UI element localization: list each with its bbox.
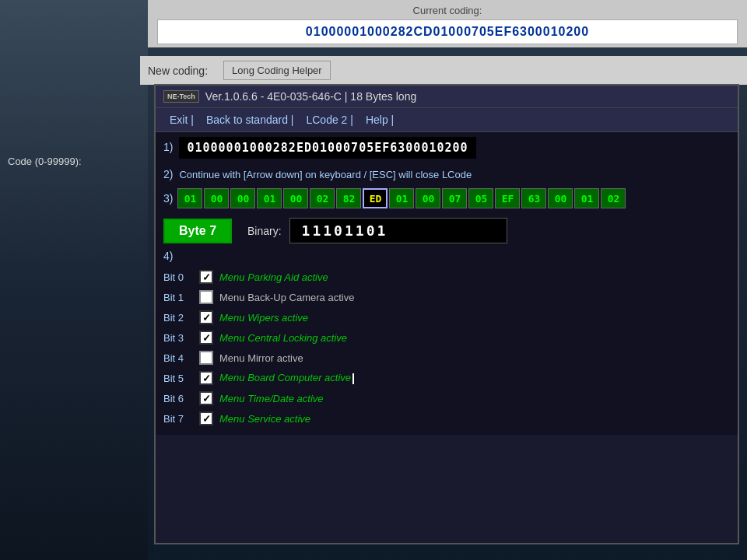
bit0-checkbox[interactable]	[199, 270, 213, 284]
bit-row-4: Bit 4 Menu Mirror active	[163, 348, 730, 368]
byte-cell-2[interactable]: 00	[230, 188, 255, 208]
row1-section: 1) 01000001000282ED01000705EF6300010200	[156, 132, 738, 163]
byte-cell-8[interactable]: 01	[389, 188, 414, 208]
bit0-desc: Menu Parking Aid active	[219, 271, 328, 283]
cursor	[352, 373, 354, 384]
help-button[interactable]: Help |	[359, 112, 400, 128]
binary-value: 11101101	[289, 218, 507, 243]
long-coding-dialog: NE-Tech Ver.1.0.6.6 - 4E0-035-646-C | 18…	[154, 84, 739, 544]
bit1-checkbox[interactable]	[199, 290, 213, 304]
bit5-label: Bit 5	[163, 373, 193, 384]
bit3-checkbox[interactable]	[199, 331, 213, 345]
long-coding-helper-button[interactable]: Long Coding Helper	[223, 61, 331, 80]
byte-cell-16[interactable]: 02	[601, 188, 626, 208]
exit-button[interactable]: Exit |	[163, 112, 200, 128]
bit-row-7: Bit 7 Menu Service active	[163, 408, 730, 429]
lcode2-button[interactable]: LCode 2 |	[300, 112, 359, 128]
byte-cell-0[interactable]: 01	[177, 188, 202, 208]
byte-cell-1[interactable]: 00	[204, 188, 229, 208]
bit6-desc: Menu Time/Date active	[219, 393, 324, 404]
bit7-desc: Menu Service active	[219, 413, 310, 425]
byte-cell-4[interactable]: 00	[283, 188, 308, 208]
row1-code-value: 01000001000282ED01000705EF6300010200	[179, 137, 475, 159]
bit4-checkbox[interactable]	[199, 351, 213, 365]
row3-bytes-section: 3) 01 00 00 01 00 02 82 ED 01 00 07 05 E…	[156, 185, 738, 212]
bit6-checkbox[interactable]	[199, 391, 213, 405]
byte-cell-7-highlighted[interactable]: ED	[363, 188, 388, 208]
bit2-checkbox[interactable]	[199, 310, 213, 324]
back-to-standard-button[interactable]: Back to standard |	[200, 112, 300, 128]
bit1-desc: Menu Back-Up Camera active	[219, 292, 354, 303]
bit2-label: Bit 2	[163, 312, 193, 324]
code-input-label: Code (0-99999):	[8, 156, 82, 167]
dialog-header: NE-Tech Ver.1.0.6.6 - 4E0-035-646-C | 18…	[156, 86, 738, 108]
row4-bits-section: 4) Bit 0 Menu Parking Aid active Bit 1 M…	[156, 247, 738, 435]
row4-label: 4)	[163, 250, 173, 262]
current-coding-section: Current coding: 01000001000282CD01000705…	[148, 0, 747, 47]
row3-label: 3)	[163, 192, 173, 205]
bit6-label: Bit 6	[163, 393, 193, 404]
bit-row-5: Bit 5 Menu Board Computer active	[163, 368, 730, 388]
bit4-label: Bit 4	[163, 352, 193, 364]
bit5-desc: Menu Board Computer active	[219, 372, 354, 384]
byte-cell-3[interactable]: 01	[257, 188, 282, 208]
bit0-label: Bit 0	[163, 271, 193, 283]
bit2-desc: Menu Wipers active	[219, 312, 308, 324]
row2-instruction-text: Continue with [Arrow down] on keyboard /…	[179, 169, 472, 180]
ne-tech-logo: NE-Tech	[163, 90, 199, 103]
row2-section: 2) Continue with [Arrow down] on keyboar…	[156, 163, 738, 185]
row1-label: 1)	[163, 141, 173, 153]
byte-label-binary-row: Byte 7 Binary: 11101101	[156, 212, 738, 247]
current-coding-value: 01000001000282CD01000705EF6300010200	[157, 19, 738, 44]
binary-label: Binary:	[247, 225, 282, 237]
byte-cell-15[interactable]: 01	[574, 188, 599, 208]
bit-row-0: Bit 0 Menu Parking Aid active	[163, 267, 730, 287]
bit3-desc: Menu Central Locking active	[219, 332, 347, 344]
bit-row-2: Bit 2 Menu Wipers active	[163, 307, 730, 327]
byte-cell-5[interactable]: 02	[310, 188, 335, 208]
byte-cell-14[interactable]: 00	[548, 188, 573, 208]
byte-cell-13[interactable]: 63	[521, 188, 546, 208]
byte-cell-6[interactable]: 82	[336, 188, 361, 208]
new-coding-label: New coding:	[148, 65, 208, 77]
byte-label: Byte 7	[163, 219, 232, 243]
dialog-toolbar: Exit | Back to standard | LCode 2 | Help…	[156, 108, 738, 132]
bit7-label: Bit 7	[163, 413, 193, 425]
byte-cell-9[interactable]: 00	[416, 188, 440, 208]
byte-cell-10[interactable]: 07	[442, 188, 467, 208]
current-coding-label: Current coding:	[157, 5, 738, 16]
bit-row-1: Bit 1 Menu Back-Up Camera active	[163, 287, 730, 307]
byte-cell-12[interactable]: EF	[495, 188, 520, 208]
bit3-label: Bit 3	[163, 332, 193, 344]
bit4-desc: Menu Mirror active	[219, 352, 303, 364]
binary-section: Binary: 11101101	[247, 218, 507, 243]
left-sidebar: Code (0-99999):	[0, 0, 148, 560]
bit1-label: Bit 1	[163, 292, 193, 303]
bit5-checkbox[interactable]	[199, 371, 213, 385]
bit-row-6: Bit 6 Menu Time/Date active	[163, 388, 730, 408]
bit-row-3: Bit 3 Menu Central Locking active	[163, 327, 730, 348]
byte-cell-11[interactable]: 05	[468, 188, 493, 208]
row2-label: 2)	[163, 168, 173, 180]
bit7-checkbox[interactable]	[199, 411, 213, 425]
dialog-version-info: Ver.1.0.6.6 - 4E0-035-646-C | 18 Bytes l…	[205, 90, 416, 103]
new-coding-row: New coding: Long Coding Helper	[140, 56, 747, 85]
